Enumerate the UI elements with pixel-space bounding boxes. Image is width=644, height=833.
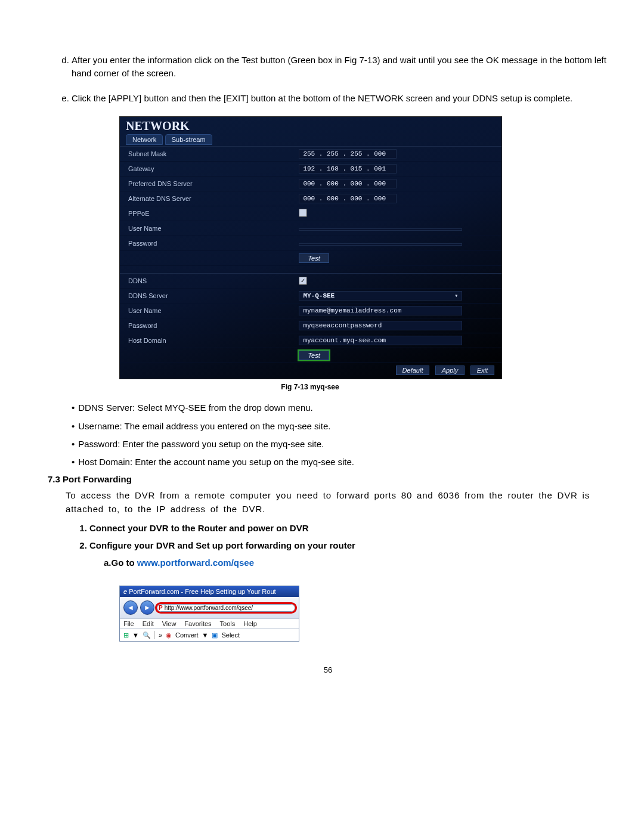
step-e: Click the [APPLY] button and then the [E… <box>72 92 608 105</box>
desc-password: Password: Enter the password you setup o… <box>72 438 608 450</box>
select-icon: ▣ <box>212 631 218 639</box>
browser-screenshot: e PortForward.com - Free Help Setting up… <box>119 586 299 642</box>
desc-ddns-server: DDNS Server: Select MYQ-SEE from the dro… <box>72 402 608 414</box>
desc-username: Username: The email address you entered … <box>72 420 608 432</box>
search-icon[interactable]: 🔍 <box>143 631 151 639</box>
test-button-ddns[interactable]: Test <box>299 351 329 360</box>
more-chevron-icon[interactable]: » <box>159 631 162 639</box>
convert-icon: ◉ <box>166 631 172 639</box>
checkbox-pppoe[interactable] <box>299 209 307 217</box>
field-pppoe-pass[interactable] <box>299 243 462 246</box>
tab-network[interactable]: Network <box>126 134 163 145</box>
dropdown-icon[interactable]: ▼ <box>132 631 139 639</box>
step-2-heading: Configure your DVR and Set up port forwa… <box>89 539 608 569</box>
portforward-link[interactable]: www.portforward.com/qsee <box>137 558 254 568</box>
menu-view[interactable]: View <box>162 620 177 627</box>
dropdown-ddns-server[interactable]: MY-Q-SEE▾ <box>299 291 462 301</box>
label-pref-dns: Preferred DNS Server <box>120 176 295 191</box>
step-d: After you enter the information click on… <box>72 54 608 80</box>
step-1-heading: Connect your DVR to the Router and power… <box>89 522 608 534</box>
field-ddns-pass[interactable]: myqseeaccontpassword <box>299 321 462 330</box>
label-alt-dns: Alternate DNS Server <box>120 191 295 206</box>
dvr-network-screen: NETWORK Network Sub-stream Subnet Mask 2… <box>119 116 502 379</box>
site-favicon-icon: P <box>159 605 163 611</box>
forward-button[interactable]: ► <box>140 600 154 615</box>
field-host-domain[interactable]: myaccount.myq-see.com <box>299 336 462 345</box>
menu-tools[interactable]: Tools <box>220 620 236 627</box>
apply-button[interactable]: Apply <box>435 366 465 375</box>
menu-help[interactable]: Help <box>243 620 257 627</box>
label-ddns: DDNS <box>120 274 295 289</box>
figure-caption: Fig 7-13 myq-see <box>119 383 501 391</box>
chevron-down-icon: ▾ <box>454 292 458 299</box>
section-7-3-para: To access the DVR from a remote computer… <box>66 489 608 516</box>
substep-a-prefix: a.Go to <box>104 558 137 568</box>
address-bar[interactable]: P http://www.portforward.com/qsee/ <box>157 604 295 612</box>
tab-substream[interactable]: Sub-stream <box>165 134 212 145</box>
desc-hostdomain: Host Domain: Enter the account name you … <box>72 456 608 468</box>
field-subnet-mask[interactable]: 255 . 255 . 255 . 000 <box>299 149 397 159</box>
field-alt-dns[interactable]: 000 . 000 . 000 . 000 <box>299 194 397 203</box>
dropdown-icon[interactable]: ▼ <box>202 631 209 639</box>
page-number: 56 <box>48 665 608 674</box>
checkbox-ddns[interactable]: ✓ <box>299 277 307 285</box>
default-button[interactable]: Default <box>396 366 430 375</box>
menu-favorites[interactable]: Favorites <box>184 620 211 627</box>
browser-title: PortForward.com - Free Help Setting up Y… <box>129 588 275 595</box>
url-text: http://www.portforward.com/qsee/ <box>165 605 253 611</box>
back-button[interactable]: ◄ <box>123 600 138 615</box>
label-subnet-mask: Subnet Mask <box>120 147 295 162</box>
exit-button[interactable]: Exit <box>470 366 494 375</box>
field-pppoe-user[interactable] <box>299 228 462 231</box>
field-ddns-user[interactable]: myname@myemailaddress.com <box>299 306 462 315</box>
label-gateway: Gateway <box>120 162 295 176</box>
test-button-pppoe[interactable]: Test <box>299 253 329 263</box>
label-ddns-user: User Name <box>120 304 295 318</box>
label-pppoe-user: User Name <box>120 221 295 236</box>
label-pppoe-pass: Password <box>120 236 295 251</box>
windows-orb-icon[interactable]: ⊞ <box>123 631 129 639</box>
field-gateway[interactable]: 192 . 168 . 015 . 001 <box>299 164 397 174</box>
section-7-3-heading: 7.3 Port Forwarding <box>48 474 608 484</box>
label-ddns-pass: Password <box>120 318 295 333</box>
label-host-domain: Host Domain <box>120 333 295 348</box>
dvr-window-title: NETWORK <box>120 117 501 134</box>
convert-button[interactable]: Convert <box>175 631 199 639</box>
label-ddns-server: DDNS Server <box>120 289 295 304</box>
label-pppoe: PPPoE <box>120 206 295 221</box>
menu-file[interactable]: File <box>123 620 134 627</box>
select-button[interactable]: Select <box>221 631 240 639</box>
field-pref-dns[interactable]: 000 . 000 . 000 . 000 <box>299 179 397 188</box>
ie-page-icon: e <box>123 588 129 595</box>
menu-edit[interactable]: Edit <box>143 620 154 627</box>
